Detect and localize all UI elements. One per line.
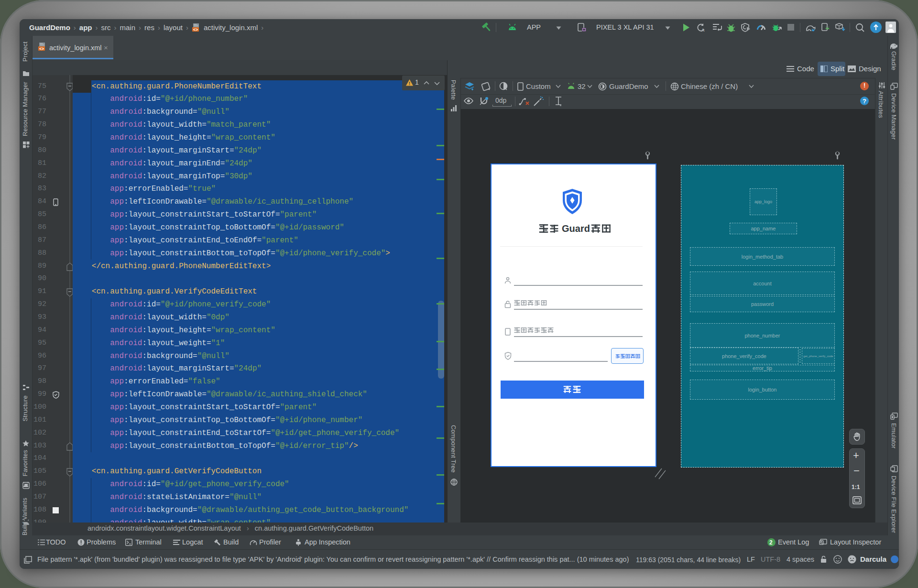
- svg-text:A: A: [701, 28, 705, 32]
- svg-text:<>: <>: [39, 47, 44, 52]
